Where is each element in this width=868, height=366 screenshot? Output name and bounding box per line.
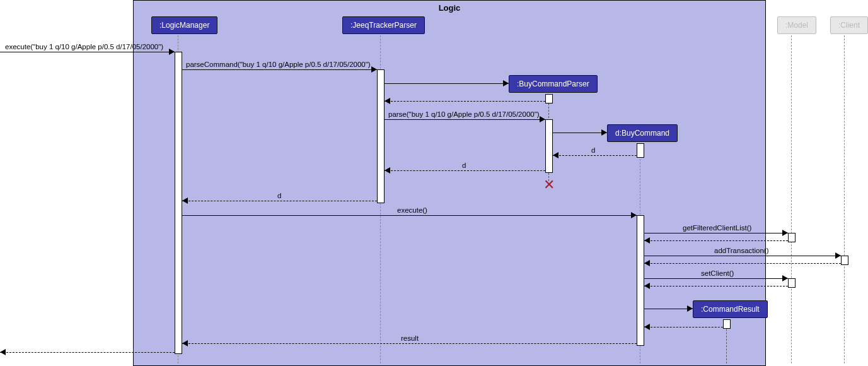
msg-parse-command-label: parseCommand("buy 1 q/10 g/Apple p/0.5 d… [186, 61, 371, 68]
arrow-icon [371, 66, 377, 73]
msg-d1-label: d [591, 146, 595, 154]
msg-execute-call-label: execute() [397, 206, 427, 214]
arrow-icon [385, 98, 390, 104]
participant-buy-command-parser: :BuyCommandParser [509, 75, 598, 93]
participant-model: :Model [777, 16, 816, 34]
msg-parse [385, 119, 545, 120]
msg-get-filtered-return [644, 240, 788, 241]
arrow-icon [540, 116, 545, 122]
arrow-icon [0, 349, 6, 355]
arrow-icon [385, 167, 390, 174]
arrow-icon [782, 275, 788, 281]
msg-command-result-return [644, 327, 723, 328]
msg-add-transaction-label: addTransaction() [714, 247, 769, 254]
msg-result [182, 343, 637, 344]
arrow-icon [182, 340, 188, 346]
msg-add-transaction-return [644, 263, 841, 264]
msg-d2-label: d [462, 162, 466, 169]
arrow-icon [631, 212, 637, 218]
activation-command-result [723, 319, 731, 329]
arrow-icon [835, 252, 841, 259]
activation-buy-command-parser-2 [545, 119, 553, 173]
arrow-icon [644, 237, 650, 244]
arrow-icon [601, 129, 607, 136]
arrow-icon [644, 283, 650, 289]
msg-execute-call [182, 215, 637, 216]
participant-client: :Client [830, 16, 868, 34]
participant-logic-manager: :LogicManager [151, 16, 217, 34]
activation-buy-command-1 [637, 143, 644, 158]
msg-add-transaction [644, 256, 841, 256]
msg-result-label: result [401, 334, 419, 342]
participant-command-result: :CommandResult [693, 300, 768, 318]
activation-jeeq-tracker-parser [377, 69, 385, 203]
activation-client [841, 256, 848, 265]
arrow-icon [687, 305, 693, 312]
msg-create-bcp [385, 83, 509, 84]
msg-parse-label: parse("buy 1 q/10 g/Apple p/0.5 d/17/05/… [388, 110, 540, 118]
arrow-icon [169, 49, 175, 55]
msg-get-filtered-label: getFilteredClientList() [683, 224, 751, 232]
arrow-icon [782, 230, 788, 236]
msg-create-buy-command [553, 133, 607, 133]
msg-return-d1 [553, 155, 637, 156]
activation-logic-manager [175, 52, 182, 354]
lifeline-client [844, 35, 845, 363]
destroy-icon: ✕ [543, 178, 555, 192]
msg-d3-label: d [277, 192, 281, 199]
arrow-icon [644, 324, 650, 330]
msg-final-return [0, 352, 175, 353]
msg-execute-in-label: execute("buy 1 q/10 g/Apple p/0.5 d/17/0… [5, 43, 163, 50]
msg-return-d2 [385, 170, 545, 171]
lifeline-model [791, 35, 792, 363]
arrow-icon [182, 198, 188, 204]
msg-return-d3 [182, 201, 377, 201]
msg-set-client-return [644, 286, 788, 286]
arrow-icon [503, 80, 509, 86]
activation-buy-command-2 [637, 215, 644, 346]
msg-execute-in [0, 52, 175, 52]
msg-get-filtered [644, 233, 788, 233]
msg-create-command-result [644, 309, 693, 309]
activation-model-2 [788, 278, 796, 288]
participant-buy-command: d:BuyCommand [607, 124, 678, 142]
logic-frame: Logic [133, 0, 766, 366]
msg-return-bcp-create [385, 101, 545, 102]
msg-set-client [644, 278, 788, 279]
activation-buy-command-parser-1 [545, 94, 553, 103]
arrow-icon [644, 260, 650, 266]
sequence-diagram: Logic :LogicManager :JeeqTrackerParser :… [0, 0, 868, 366]
arrow-icon [553, 152, 558, 158]
participant-jeeq-tracker-parser: :JeeqTrackerParser [342, 16, 425, 34]
msg-set-client-label: setClient() [701, 269, 734, 277]
msg-parse-command [182, 69, 377, 70]
activation-model-1 [788, 233, 796, 242]
logic-frame-label: Logic [439, 3, 461, 13]
